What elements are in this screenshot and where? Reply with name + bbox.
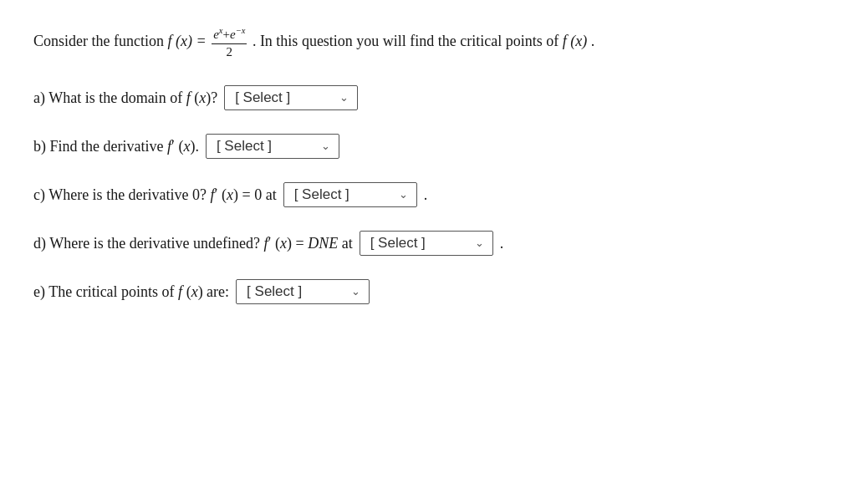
question-a-select[interactable]: [ Select ] ⌄ — [224, 85, 358, 110]
question-e-chevron-icon: ⌄ — [351, 285, 360, 298]
question-b-label: b) Find the derivative f′ (x). — [33, 138, 199, 155]
question-e: e) The critical points of f (x) are: [ S… — [33, 279, 824, 304]
intro-period: . — [587, 33, 594, 49]
question-d: d) Where is the derivative undefined? f′… — [33, 231, 824, 256]
question-b: b) Find the derivative f′ (x). [ Select … — [33, 134, 824, 159]
intro-text-after: . In this question you will find the cri… — [253, 33, 559, 49]
question-c-select[interactable]: [ Select ] ⌄ — [283, 182, 417, 207]
question-d-select[interactable]: [ Select ] ⌄ — [360, 231, 493, 256]
question-b-select-label: [ Select ] — [217, 138, 272, 155]
question-c-label: c) Where is the derivative 0? f′ (x) = 0… — [33, 186, 277, 204]
question-e-select[interactable]: [ Select ] ⌄ — [236, 279, 370, 304]
question-d-label: d) Where is the derivative undefined? f′… — [33, 235, 353, 252]
fraction-denominator: 2 — [225, 44, 235, 61]
intro-paragraph: Consider the function f (x) = ex+e−x 2 .… — [33, 25, 824, 60]
question-d-select-label: [ Select ] — [370, 235, 426, 252]
intro-text-before: Consider the function — [33, 33, 164, 49]
question-c: c) Where is the derivative 0? f′ (x) = 0… — [33, 182, 824, 207]
question-d-period: . — [500, 235, 504, 252]
question-c-select-label: [ Select ] — [294, 186, 349, 203]
intro-fraction: ex+e−x 2 — [212, 25, 247, 60]
question-a: a) What is the domain of f (x)? [ Select… — [33, 85, 824, 110]
question-d-chevron-icon: ⌄ — [475, 237, 484, 250]
question-a-label: a) What is the domain of f (x)? — [33, 89, 217, 107]
question-e-select-label: [ Select ] — [247, 283, 302, 300]
intro-function: f (x) = — [167, 33, 206, 49]
question-c-chevron-icon: ⌄ — [399, 188, 408, 201]
question-e-label: e) The critical points of f (x) are: — [33, 283, 229, 301]
question-a-chevron-icon: ⌄ — [339, 91, 349, 104]
question-b-chevron-icon: ⌄ — [321, 140, 330, 153]
fraction-numerator: ex+e−x — [212, 25, 247, 44]
question-a-select-label: [ Select ] — [235, 89, 290, 106]
question-b-select[interactable]: [ Select ] ⌄ — [206, 134, 339, 159]
intro-func2: f (x) — [563, 33, 587, 49]
question-c-period: . — [424, 186, 428, 204]
